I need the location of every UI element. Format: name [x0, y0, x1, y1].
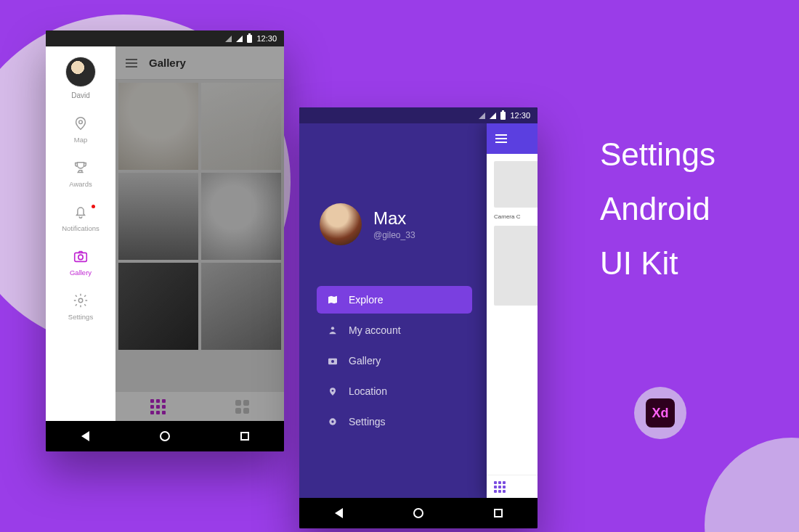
- gallery-image[interactable]: [201, 173, 281, 260]
- menu-item-label: Explore: [349, 294, 383, 306]
- grid-view-icon[interactable]: [494, 481, 506, 493]
- svg-point-2: [78, 255, 83, 259]
- pin-icon: [73, 115, 89, 131]
- gear-icon: [327, 416, 338, 427]
- battery-icon: [247, 35, 252, 43]
- menu-item-label: Location: [349, 385, 387, 397]
- side-drawer: David Map Awards Notifications Gallery S…: [46, 46, 115, 421]
- wifi-icon: [479, 112, 485, 119]
- status-bar: 12:30: [46, 30, 284, 46]
- drawer-item-label: Gallery: [70, 269, 92, 277]
- svg-point-4: [331, 327, 334, 330]
- profile-text: Max @gileo_33: [373, 208, 415, 240]
- page-title: Gallery: [149, 57, 186, 69]
- screen: Gallery David Map: [46, 46, 284, 421]
- status-time: 12:30: [256, 34, 277, 43]
- xd-badge: Xd: [634, 387, 686, 439]
- avatar[interactable]: [65, 57, 96, 87]
- title-line: Android: [600, 182, 715, 237]
- recents-icon[interactable]: [494, 509, 503, 517]
- svg-point-3: [78, 298, 83, 303]
- menu-item-account[interactable]: My account: [317, 316, 472, 344]
- gear-icon: [73, 292, 89, 308]
- bell-icon: [73, 204, 89, 220]
- hamburger-icon[interactable]: [126, 59, 137, 67]
- notification-dot-icon: [92, 205, 95, 208]
- user-icon: [327, 324, 338, 336]
- android-nav-bar: [46, 421, 284, 451]
- profile-block[interactable]: Max @gileo_33: [320, 203, 415, 245]
- drawer-item-notifications[interactable]: Notifications: [46, 204, 115, 232]
- drawer-item-label: Notifications: [62, 224, 100, 232]
- hamburger-icon[interactable]: [495, 134, 507, 143]
- card-label: Camera C: [494, 213, 538, 220]
- title-line: UI Kit: [600, 237, 715, 291]
- map-icon: [327, 294, 338, 306]
- trophy-icon: [73, 160, 89, 176]
- menu-item-explore[interactable]: Explore: [317, 286, 472, 314]
- svg-point-6: [331, 360, 334, 363]
- svg-rect-1: [75, 253, 87, 261]
- android-nav-bar: [299, 498, 538, 528]
- menu-item-location[interactable]: Location: [317, 377, 472, 405]
- large-grid-view-icon[interactable]: [235, 400, 249, 414]
- drawer-item-map[interactable]: Map: [46, 115, 115, 144]
- home-icon[interactable]: [413, 508, 423, 518]
- user-handle: @gileo_33: [373, 230, 415, 240]
- signal-icon: [490, 112, 496, 119]
- menu-item-label: Gallery: [349, 355, 381, 367]
- drawer-item-label: Settings: [68, 313, 93, 321]
- gallery-grid[interactable]: [115, 80, 284, 392]
- gallery-image[interactable]: [494, 161, 538, 208]
- menu-item-settings[interactable]: Settings: [317, 408, 472, 435]
- battery-icon: [500, 112, 506, 120]
- drawer-item-settings[interactable]: Settings: [46, 292, 115, 321]
- bottom-tabbar: [487, 475, 538, 498]
- svg-point-7: [332, 390, 334, 392]
- home-icon[interactable]: [160, 431, 170, 441]
- user-name: David: [71, 91, 90, 99]
- bottom-tabbar: [115, 392, 284, 421]
- gallery-main: Gallery: [115, 46, 284, 421]
- drawer-item-awards[interactable]: Awards: [46, 160, 115, 188]
- screen: Camera C Max @gileo_33 Explore My accoun…: [299, 123, 538, 498]
- status-time: 12:30: [510, 111, 530, 120]
- camera-icon: [73, 248, 89, 264]
- user-name: Max: [373, 208, 415, 229]
- app-header: Gallery: [115, 46, 284, 80]
- svg-point-0: [79, 120, 83, 124]
- menu-item-label: My account: [349, 324, 401, 336]
- avatar[interactable]: [320, 203, 362, 245]
- signal-icon: [236, 36, 243, 42]
- phone-mockup-1: 12:30 Gallery David: [46, 30, 284, 451]
- peek-body: Camera C: [487, 154, 538, 306]
- title-line: Settings: [600, 128, 715, 182]
- promo-title: Settings Android UI Kit: [600, 128, 715, 290]
- wifi-icon: [225, 36, 232, 42]
- pin-icon: [327, 385, 338, 397]
- gallery-image[interactable]: [118, 263, 198, 350]
- gallery-image[interactable]: [118, 173, 198, 260]
- phone-mockup-2: 12:30 Camera C Max @gileo_33: [299, 107, 538, 528]
- back-icon[interactable]: [335, 508, 343, 518]
- drawer-item-gallery[interactable]: Gallery: [46, 248, 115, 277]
- gallery-image[interactable]: [201, 263, 281, 350]
- camera-icon: [327, 355, 338, 367]
- menu-item-gallery[interactable]: Gallery: [317, 347, 472, 375]
- drawer-item-label: Map: [74, 136, 87, 144]
- grid-view-icon[interactable]: [150, 399, 166, 414]
- back-icon[interactable]: [81, 431, 89, 441]
- recents-icon[interactable]: [240, 432, 249, 441]
- status-bar: 12:30: [299, 107, 538, 123]
- content-peek[interactable]: Camera C: [487, 123, 538, 498]
- svg-point-9: [331, 420, 333, 422]
- xd-icon: Xd: [646, 398, 675, 427]
- drawer-menu: Explore My account Gallery Location Sett…: [317, 286, 472, 435]
- gallery-image[interactable]: [494, 226, 538, 306]
- gallery-image[interactable]: [118, 83, 198, 170]
- drawer-item-label: Awards: [69, 180, 92, 188]
- app-header: [487, 123, 538, 154]
- gallery-image[interactable]: [201, 83, 281, 170]
- decorative-circle: [705, 438, 799, 532]
- menu-item-label: Settings: [349, 416, 386, 427]
